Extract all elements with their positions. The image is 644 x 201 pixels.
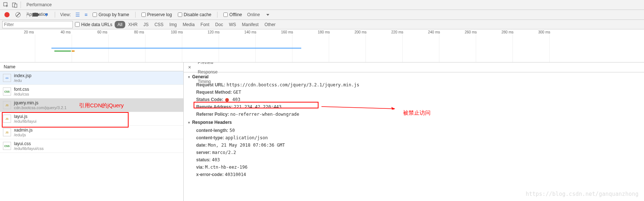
header-key: Remote Address: <box>196 104 233 110</box>
tab-performance[interactable]: Performance <box>22 0 56 10</box>
timeline-gridline <box>476 35 476 62</box>
overview-timeline[interactable]: 20 ms40 ms60 ms80 ms100 ms120 ms140 ms16… <box>0 29 644 62</box>
request-name: xadmin.js <box>14 128 33 133</box>
header-row: status: 403 <box>184 156 644 164</box>
header-row: Request URL: https://cdn.bootcss.com/jqu… <box>184 81 644 89</box>
name-column-header[interactable]: Name <box>0 62 183 71</box>
filter-type-xhr[interactable]: XHR <box>125 21 140 28</box>
filter-bar: Hide data URLs AllXHRJSCSSImgMediaFontDo… <box>0 20 644 29</box>
timeline-gridline <box>329 35 329 62</box>
filter-type-manifest[interactable]: Manifest <box>239 21 262 28</box>
header-row: via: M.ctn-hb-eez-196 <box>184 164 644 171</box>
filter-type-js[interactable]: JS <box>140 21 151 28</box>
timeline-tick: 20 ms <box>24 30 34 34</box>
js-file-icon: JS <box>3 115 11 123</box>
header-row: content-type: application/json <box>184 134 644 141</box>
inspect-element-icon[interactable] <box>1 0 10 9</box>
record-icon[interactable] <box>4 12 10 17</box>
header-key: Request Method: <box>196 90 232 95</box>
timeline-tick: 260 ms <box>465 30 477 34</box>
header-key: content-type: <box>196 135 224 140</box>
network-toolbar: ▼ View: ☰ ≡ Group by frame Preserve log … <box>0 10 644 20</box>
request-path: cdn.bootcss.com/jquery/3.2.1 <box>14 105 66 110</box>
header-key: date: <box>196 143 207 148</box>
filter-type-other[interactable]: Other <box>262 21 278 28</box>
request-name: jquery.min.js <box>14 100 66 105</box>
request-name: layui.css <box>14 141 44 146</box>
filter-type-ws[interactable]: WS <box>226 21 239 28</box>
header-value: 403 <box>212 157 220 162</box>
filter-type-doc[interactable]: Doc <box>212 21 226 28</box>
offline-checkbox[interactable]: Offline <box>223 12 242 17</box>
header-value: marco/2.2 <box>212 150 236 155</box>
header-key: content-length: <box>196 128 228 133</box>
large-rows-icon[interactable]: ☰ <box>75 12 80 18</box>
view-label: View: <box>60 12 71 17</box>
header-key: Referrer Policy: <box>196 112 229 117</box>
request-row[interactable]: <>index.jsp/edu <box>0 71 183 85</box>
timeline-tick: 100 ms <box>171 30 183 34</box>
timeline-tick: 180 ms <box>318 30 330 34</box>
separator <box>26 12 27 18</box>
group-by-frame-checkbox[interactable]: Group by frame <box>93 12 129 17</box>
hide-data-urls-checkbox[interactable]: Hide data URLs <box>75 22 112 27</box>
timeline-request-bar <box>72 50 75 52</box>
request-row[interactable]: JSlayui.js/edu/lib/layui <box>0 112 183 126</box>
timeline-tick: 40 ms <box>61 30 71 34</box>
clear-icon[interactable] <box>15 12 21 17</box>
css-file-icon: CSS <box>3 87 11 96</box>
close-icon[interactable]: × <box>185 64 194 70</box>
section-header[interactable]: Response Headers <box>184 118 644 127</box>
filter-icon[interactable]: ▼ <box>44 12 49 18</box>
filter-type-media[interactable]: Media <box>180 21 198 28</box>
timeline-gridline <box>35 35 35 62</box>
timeline-load-bar <box>51 48 301 49</box>
separator <box>21 1 21 8</box>
timeline-tick: 160 ms <box>281 30 293 34</box>
filter-type-css[interactable]: CSS <box>151 21 166 28</box>
header-value: M.ctn-hb-eez-196 <box>205 165 248 170</box>
timeline-tick: 60 ms <box>97 30 107 34</box>
request-name: index.jsp <box>14 73 31 78</box>
timeline-tick: 140 ms <box>244 30 256 34</box>
header-row: content-length: 50 <box>184 127 644 134</box>
details-tab-preview[interactable]: Preview <box>194 62 221 67</box>
request-row[interactable]: CSSlayui.css/edu/lib/layui/css <box>0 139 183 153</box>
screenshot-icon[interactable] <box>33 13 38 17</box>
timeline-gridline <box>439 35 439 62</box>
device-toolbar-icon[interactable] <box>10 0 19 9</box>
watermark-text: https://blog.csdn.net/ganquanzhong <box>526 191 638 197</box>
header-value: 50 <box>230 128 235 133</box>
filter-input[interactable] <box>2 21 73 28</box>
timeline-tick: 300 ms <box>538 30 550 34</box>
filter-type-all[interactable]: All <box>115 21 125 28</box>
details-tabs: × HeadersPreviewResponseTiming <box>184 62 644 72</box>
request-list-panel: Name <>index.jsp/eduCSSfont.css/edu/cssJ… <box>0 62 184 201</box>
separator <box>217 12 217 18</box>
disable-cache-checkbox[interactable]: Disable cache <box>178 12 211 17</box>
request-path: /edu/js <box>14 133 33 137</box>
waterfall-icon[interactable]: ≡ <box>84 12 87 18</box>
section-header[interactable]: General <box>184 72 644 81</box>
header-value: no-referrer-when-downgrade <box>230 112 299 117</box>
timeline-gridline <box>549 35 550 62</box>
throttling-select[interactable]: Online <box>247 12 260 17</box>
preserve-log-checkbox[interactable]: Preserve log <box>141 12 172 17</box>
request-name: layui.js <box>14 114 36 119</box>
request-path: /edu/css <box>14 92 29 96</box>
timeline-request-bar <box>54 50 71 52</box>
separator <box>135 12 136 18</box>
filter-type-img[interactable]: Img <box>166 21 180 28</box>
header-value: https://cdn.bootcss.com/jquery/3.2.1/jqu… <box>227 82 359 87</box>
header-value: 40310014 <box>225 172 246 177</box>
dropdown-icon[interactable] <box>266 14 269 16</box>
header-value: 403 <box>230 97 240 102</box>
timeline-tick: 200 ms <box>355 30 367 34</box>
timeline-tick: 240 ms <box>428 30 440 34</box>
request-row[interactable]: CSSfont.css/edu/css <box>0 85 183 98</box>
request-row[interactable]: JSxadmin.js/edu/js <box>0 126 183 139</box>
filter-type-font[interactable]: Font <box>198 21 212 28</box>
status-dot-icon <box>225 98 229 102</box>
separator <box>55 12 55 18</box>
annotation-text: 被禁止访问 <box>403 110 431 116</box>
